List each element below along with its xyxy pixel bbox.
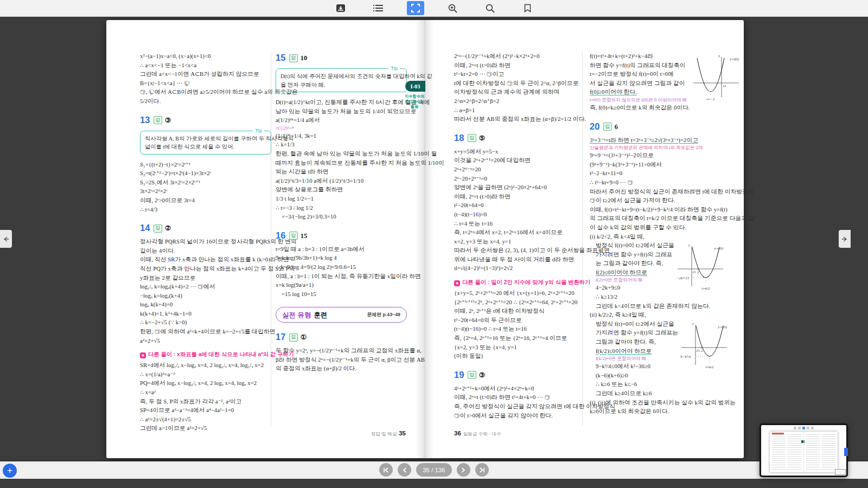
solution-line: x=k log(9a/a+1) [276,280,407,290]
answer-badge: 답 [468,371,476,379]
solution-line: 즉, t=2ˣ=4에서 x=2, t=2ˣ=16에서 x=4이므로 [454,228,580,237]
solution-line: 따라서 주어진 방정식의 실근이 존재하려면 t에 대한 이차방정식 [590,187,716,196]
solution-line: y좌표는 2로 같으므로 [140,273,271,282]
answer-badge: 답 [603,123,612,131]
solution-line: 따라서 선분 AB의 중점의 x좌표는 (α+β)/2=1/2 이다. [454,114,580,124]
solution-line: 남아 있는 약물의 농도가 처음 농도의 1/4이 되었으므로 [276,107,407,116]
solution-line: 이것을 2ˣ+2ʸ⁺¹=20에 대입하면 [454,156,580,165]
solution-line: 5/2이다. [140,97,271,106]
solution-lines: 방정식 f(t)=0이 t≥2에서 실근을가지려면 함수 y=f(t)의 그래프… [590,319,678,371]
solution-line: d=√((4−2)²+(1−3)²)=2√2 [454,264,580,273]
solution-line: 이때, 2ˣ, 2ʸ⁺¹은 t에 대한 이차방정식 [454,306,580,316]
solution-line: (i), (ii)에 의하여 조건을 만족시키는 실수 k의 값의 범위는 [590,398,716,407]
solution-line: 2ˣ+2⁶⁻ˣ=20 [454,165,580,174]
problem-number: 15 [276,53,285,62]
last-page-button[interactable] [475,463,489,477]
answer-badge: 답 [468,134,476,142]
solution-line: t=9일 때 a : b=3 : 1이므로 a=3b에서 [276,245,407,254]
next-page-button[interactable] [457,463,470,477]
solution-line: 되는 시간을 t라 하면 [276,167,407,176]
solution-paragraph: 그런데 k<4이므로 k의 값은 존재하지 않는다.(ii) k/2≥2, 즉 … [590,301,716,319]
banner-title-accent: 실전 유형 [282,311,311,319]
viewer-preview-popup[interactable] [760,423,848,477]
chapter-title-line: 지수함수와 [401,94,427,99]
solution-line: ∴ k=1/3 [276,140,407,149]
banner-left: 실전 유형훈련 [282,310,327,320]
solution-line: ∴ a<x<−1 또는 −1<x<a [140,61,271,70]
search-icon[interactable] [482,1,499,15]
solution-line: 양변에 2ˣ을 곱하면 (2ˣ)²−20×2ˣ+64=0 [454,183,580,192]
tip-box: Tip직사각형 A, B의 가로와 세로의 길이를 구하여 두 직사각형의넓이를… [140,131,271,155]
solution-line: (이하 동일) [454,351,580,361]
solution-line: ㉠이 t>0에서 실근을 갖지 않아야 한다. [454,411,580,420]
solution-line: t²−2−kt+11=0 [590,169,716,178]
solution-line: (t−4)(t−16)=0 [454,210,580,219]
solution-paragraph: 2ˣ=−(1/2)ˣ⁻¹+k에서 (2ˣ)²−k×2ˣ+2=0이때, 2ˣ=t … [454,52,580,124]
solution-line: β라 하면 방정식 2ˣ=−(1/2)ˣ⁻¹+k의 두 근이 α, β이고 선분… [276,355,407,364]
answer-badge: 답 [154,116,162,124]
solution-line: 1/3 t log 1/2=−1 [276,194,407,203]
next-spread-arrow[interactable] [839,230,851,248]
right-page-column-1: 2ˣ=−(1/2)ˣ⁻¹+k에서 (2ˣ)²−k×2ˣ+2=0이때, 2ˣ=t … [454,52,580,420]
top-toolbar [0,0,868,17]
preview-heading-mark [772,433,784,434]
solution-line: PQ=4에서 logₐ x−log₁/ₐ x=4, 2 logₐ x=4, lo… [140,378,271,388]
solution-line: f(2)≤0이어야 하므로 [590,268,674,277]
solution-line: ∴ t=4 또는 t=16 [454,219,580,228]
solution-paragraph: 두 함수 y=2ˣ, y=−(1/2)ˣ⁻¹+k의 그래프의 교점의 x좌표를 … [276,346,407,373]
prev-spread-arrow[interactable] [0,230,12,248]
last-page-icon [479,467,485,473]
alternate-solution: ★다른 풀이 : 밑이 2인 지수에 맞게 y의 식을 변환하기{x+y=5, … [454,279,580,361]
bookmark-icon[interactable] [519,1,537,15]
solution-line: t=−2이므로 방정식 f(t)=0이 t>0에 [590,69,690,79]
solution-paragraph: D(t)=a(1/2)^kt이고, 진통제를 주사한 지 6시간 후에 혈관 속… [276,98,407,221]
page-indicator[interactable]: 35 / 136 [416,463,452,477]
bottom-navigation-bar: 35 / 136 [0,461,868,479]
star-icon: ★ [140,352,146,358]
solution-line: D(t)=a(1/2)^kt이고, 진통제를 주사한 지 6시간 후에 혈관 속… [276,98,407,107]
solution-line: 그런데 k<4이므로 k의 값은 존재하지 않는다. [590,301,716,311]
parabola-graph: yy=f(t)O2−2k+13t=k/2 [675,242,725,292]
first-page-button[interactable] [379,463,393,477]
left-page-column-2: 15답10TipD(t)의 식에 주어진 문제에서의 조건의 숫자를 대입하여 … [276,52,407,373]
previous-page-button[interactable] [398,463,411,477]
solution-line: S₂=t(2ᵗ⁺²−2ᵗ)=t×2ᵗ(4−1)=3t×2ᵗ [140,169,271,178]
answer-badge: 답 [289,54,298,62]
solution-line: x+y=5에서 y=5−x [454,147,580,156]
answer-badge: 답 [289,232,298,240]
solution-line: a(1/2)⁶ᵏ=1/4 a에서 [276,115,407,125]
solution-line: t=0이 포함되지 않으므로 f(0)은 0 이상이어야 해 [590,97,690,103]
answer-value: ⑤ [479,134,485,142]
banner-page-ref: 문제편 p.43~49 [367,312,400,318]
svg-text:2: 2 [701,349,703,353]
solution-line: ∴ x=(1/a)²=a⁻² [140,370,271,379]
solution-line: 이때, 직선 SR가 x축과 만나는 점의 x좌표를 k (k>0)라 하면 [140,255,271,264]
solution-line: t²−kt+2=0 ⋯ ㉠이고 [454,69,580,79]
preview-corner-control[interactable] [835,469,846,475]
add-button[interactable]: + [3,464,17,478]
first-page-icon [383,467,389,473]
chevron-left-icon [403,467,407,473]
right-footer-label: 일등급 수학 · 대수 [463,431,501,436]
problem-heading: 17답① [276,332,407,342]
toc-icon[interactable] [369,1,387,15]
solution-line: ∴ k=9/log 4=9/(2 log 2)=9/0.6=15 [276,262,407,272]
svg-text:y=f(t): y=f(t) [718,325,727,329]
right-page-number: 36 [454,430,461,436]
solution-line: 한편, 혈관 속에 남아 있는 약물의 농도가 처음 농도의 1/10이 될 [276,149,407,158]
arrow-right-icon [842,236,847,242]
solution-lines: f(t)=t²+4t+k=(t+2)²+k−4라하면 함수 y=f(t)의 그래… [590,52,690,112]
solution-line: 때까지 효능이 계속되므로 진통제를 주사한 지 처음 농도의 1/10이 [276,158,407,168]
solution-line: 즉, 두 점 S, P의 x좌표가 각각 a⁻², a²이고 [140,397,271,406]
left-page-column-1: x²−(a−1)x−a<0, (x−a)(x+1)<0∴ a<x<−1 또는 −… [140,52,271,433]
fullscreen-icon[interactable] [407,1,424,15]
solution-line: 두 함수 y=2ˣ, y=−(1/2)ˣ⁻¹+k의 그래프의 교점의 x좌표를 … [276,346,407,355]
solution-line: 서 실근을 갖지 않으려면 그림과 같이 [590,79,690,88]
pages-icon[interactable] [332,1,349,15]
solution-line: f(k/2)≤0이어야 하므로 [590,346,678,356]
solution-paragraph: S₁={(t+2)−t}×2ᵗ=2ᵗ⁺¹S₂=t(2ᵗ⁺²−2ᵗ)=t×2ᵗ(4… [140,160,271,214]
svg-text:O: O [723,84,726,88]
alternate-solution-title: ★다른 풀이 : 밑이 2인 지수에 맞게 y의 식을 변환하기 [454,279,580,286]
problem-heading: 16답15 [276,230,407,241]
zoom-in-icon[interactable] [444,1,462,15]
